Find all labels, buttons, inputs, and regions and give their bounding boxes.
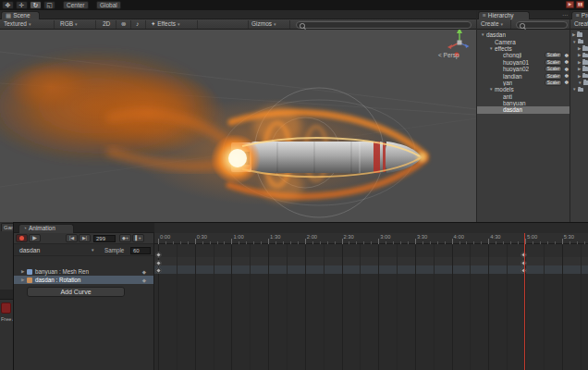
- hierarchy-item-Camera[interactable]: Camera: [477, 38, 570, 44]
- ruler-label: 2:00: [307, 234, 317, 240]
- frame-number-field[interactable]: 299: [93, 235, 116, 242]
- scaler-badge[interactable]: Scaler: [545, 66, 563, 72]
- hierarchy-item-landian[interactable]: landianScaler✽: [477, 72, 570, 79]
- foldout-icon[interactable]: ▼: [578, 80, 582, 85]
- hierarchy-item-chongji[interactable]: chongjiScaler✽: [477, 52, 570, 58]
- lighting-toggle-icon[interactable]: ⊗: [118, 20, 131, 29]
- tab-scene[interactable]: ▦Scene: [1, 11, 40, 19]
- project-folder-row[interactable]: ▼: [572, 38, 588, 44]
- project-folder-row[interactable]: ▶: [572, 52, 588, 58]
- tab-game[interactable]: Gam: [1, 223, 13, 231]
- keyframe-toggle-icon[interactable]: ◆: [142, 278, 146, 283]
- hierarchy-item-effects[interactable]: ▼effects: [477, 45, 570, 52]
- record-button[interactable]: [16, 234, 28, 242]
- search-icon: [300, 23, 305, 29]
- hierarchy-item-models[interactable]: ▼models: [477, 86, 570, 92]
- hierarchy-item-dasdan[interactable]: dasdan: [477, 106, 570, 113]
- play-button[interactable]: ▶: [566, 1, 574, 8]
- audio-toggle-icon[interactable]: ♪: [133, 20, 146, 29]
- foldout-icon[interactable]: ▶: [578, 74, 581, 79]
- scaler-badge[interactable]: Scaler: [545, 52, 563, 58]
- prev-keyframe-button[interactable]: |◀: [66, 234, 78, 242]
- tab-hierarchy[interactable]: ≡Hierarchy: [478, 11, 530, 19]
- project-folder-row[interactable]: ▶: [572, 45, 588, 52]
- hierarchy-item-huoyan01[interactable]: huoyan01Scaler✽: [477, 59, 570, 66]
- tab-animation[interactable]: ◔Animation: [18, 224, 74, 233]
- ruler-minor-tick: [584, 241, 585, 244]
- project-folder-row[interactable]: ▶: [572, 31, 588, 38]
- project-folder-row[interactable]: ▶: [572, 59, 588, 66]
- foldout-icon[interactable]: ▶: [578, 60, 581, 65]
- scale-tool-icon[interactable]: ◱: [43, 1, 55, 9]
- add-curve-button[interactable]: Add Curve: [27, 287, 125, 297]
- keyframe-toggle-icon[interactable]: ◆: [142, 269, 146, 275]
- track-name: dasdan : Rotation: [35, 277, 80, 283]
- add-event-button[interactable]: ▌+: [132, 234, 144, 242]
- scaler-badge[interactable]: Scaler: [545, 73, 563, 80]
- hierarchy-item-banyuan[interactable]: banyuan: [477, 100, 570, 106]
- foldout-icon[interactable]: ▼: [572, 40, 576, 44]
- next-keyframe-button[interactable]: ▶|: [79, 234, 91, 242]
- project-folder-row[interactable]: ▼: [572, 80, 588, 86]
- chevron-down-icon[interactable]: ▾: [92, 247, 94, 253]
- project-folder-row[interactable]: ▶: [572, 72, 588, 79]
- playhead[interactable]: [524, 233, 525, 370]
- ruler-minor-tick: [445, 241, 446, 244]
- create-dropdown[interactable]: Create▾: [478, 20, 511, 29]
- pivot-toggle-button[interactable]: Center: [63, 1, 89, 9]
- folder-icon: [582, 54, 588, 58]
- scene-search-input[interactable]: [296, 21, 472, 29]
- anim-play-button[interactable]: ▶: [29, 234, 41, 242]
- pause-button[interactable]: ▮▮: [576, 1, 584, 8]
- clip-dropdown[interactable]: dasdan: [19, 247, 40, 253]
- animation-timeline[interactable]: 0:000:301:001:302:002:303:003:304:004:30…: [154, 223, 588, 370]
- effects-dropdown[interactable]: ✦ Effects▾: [148, 20, 198, 29]
- foldout-icon[interactable]: ▼: [572, 87, 576, 92]
- tab-project[interactable]: ≡Project: [571, 11, 588, 19]
- scaler-badge[interactable]: Scaler: [545, 59, 563, 66]
- aspect-dropdown[interactable]: Free A: [1, 316, 13, 322]
- move-tool-icon[interactable]: ✛: [16, 1, 28, 9]
- clip-row: dasdan ▾ Sample 60: [14, 244, 153, 256]
- hierarchy-item-huoyan02[interactable]: huoyan02Scaler✽: [477, 66, 570, 72]
- project-tab-icon: ≡: [576, 12, 580, 18]
- foldout-icon[interactable]: ▶: [578, 67, 581, 71]
- perspective-label[interactable]: < Persp: [438, 52, 459, 58]
- hierarchy-item-anti[interactable]: anti: [477, 93, 570, 100]
- ruler-minor-tick: [320, 241, 321, 244]
- sample-rate-field[interactable]: 60: [130, 247, 151, 254]
- grid-major-line: [415, 244, 416, 370]
- panel-menu-icon[interactable]: ⋯: [562, 11, 568, 18]
- hierarchy-item-dasdan[interactable]: ▼dasdan: [477, 31, 570, 38]
- add-keyframe-button[interactable]: ◆+: [119, 234, 131, 242]
- shading-mode-dropdown[interactable]: Textured▾: [1, 20, 55, 29]
- foldout-icon[interactable]: ▶: [572, 32, 575, 37]
- track-row-1[interactable]: ▶banyuan : Mesh Ren◆: [14, 267, 153, 276]
- folder-icon: [578, 40, 583, 44]
- foldout-icon[interactable]: ▶: [578, 53, 581, 57]
- project-create-dropdown[interactable]: Create: [571, 20, 588, 29]
- timeline-ruler[interactable]: 0:000:301:001:302:002:303:003:304:004:30…: [154, 233, 588, 244]
- rotate-tool-icon[interactable]: ↻: [30, 1, 42, 9]
- project-folder-row[interactable]: ▼: [572, 86, 588, 92]
- foldout-icon[interactable]: ▶: [578, 46, 581, 51]
- scene-viewport[interactable]: < Persp: [0, 30, 476, 222]
- ruler-label: 0:00: [160, 234, 170, 240]
- space-toggle-button[interactable]: Global: [96, 1, 121, 9]
- hierarchy-search-input[interactable]: [516, 21, 568, 29]
- ruler-minor-tick: [173, 241, 174, 244]
- 2d-toggle-button[interactable]: 2D: [100, 20, 116, 29]
- render-mode-dropdown[interactable]: RGB▾: [57, 20, 96, 29]
- gizmos-dropdown[interactable]: Gizmos▾: [248, 20, 290, 29]
- ruler-minor-tick: [423, 241, 423, 244]
- grid-half-line: [544, 244, 545, 370]
- grid-major-line: [562, 244, 563, 370]
- project-folder-row[interactable]: ▶: [572, 66, 588, 72]
- ruler-minor-tick: [510, 241, 511, 244]
- hierarchy-item-yan[interactable]: yanScaler✽: [477, 80, 570, 86]
- pan-tool-icon[interactable]: ✥: [2, 1, 14, 9]
- scaler-badge[interactable]: Scaler: [545, 80, 563, 86]
- track-name: banyuan : Mesh Ren: [35, 268, 89, 275]
- ruler-minor-tick: [298, 241, 299, 244]
- track-row-2[interactable]: ▶dasdan : Rotation◆: [14, 276, 153, 284]
